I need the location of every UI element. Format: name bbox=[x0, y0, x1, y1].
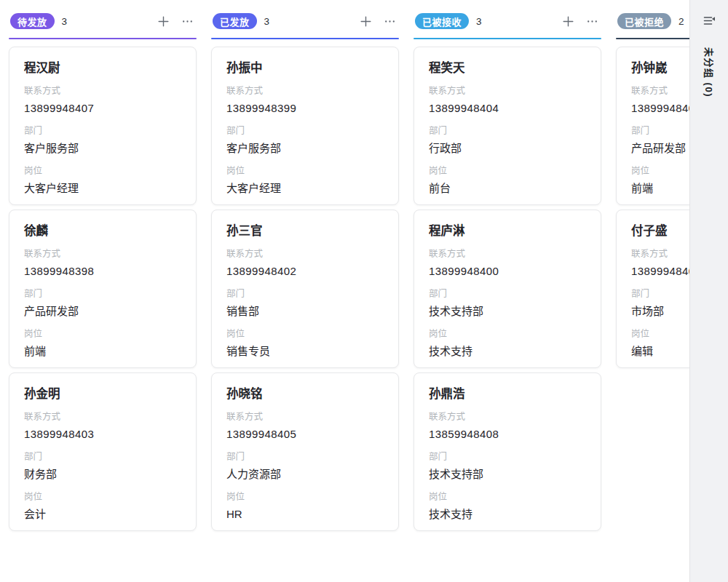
field-value: 13899948400 bbox=[429, 264, 586, 279]
field-value: 技术支持部 bbox=[429, 467, 586, 482]
field-label: 部门 bbox=[429, 451, 586, 463]
card-list: 程笑天 联系方式 13899948404 部门 行政部 岗位 前台 程庐淋 联系… bbox=[414, 39, 601, 531]
field-label: 岗位 bbox=[226, 328, 384, 340]
record-name: 程汉尉 bbox=[24, 60, 181, 76]
record-name: 徐麟 bbox=[24, 223, 181, 239]
record-card[interactable]: 徐麟 联系方式 13899948398 部门 产品研发部 岗位 前端 bbox=[9, 210, 197, 368]
field-label: 部门 bbox=[429, 125, 586, 137]
field-label: 联系方式 bbox=[24, 248, 181, 260]
record-card[interactable]: 孙晓铭 联系方式 13899948405 部门 人力资源部 岗位 HR bbox=[211, 372, 399, 531]
record-name: 孙鼎浩 bbox=[429, 386, 586, 402]
card-list: 程汉尉 联系方式 13899948407 部门 客户服务部 岗位 大客户经理 徐… bbox=[9, 39, 197, 531]
kanban-columns: 待发放 3 程汉尉 联系方式 13899948407 部门 客户服务部 岗位 大 bbox=[0, 0, 728, 535]
field-label: 岗位 bbox=[226, 491, 384, 503]
field-value: 13859948408 bbox=[429, 427, 586, 442]
record-card[interactable]: 程笑天 联系方式 13899948404 部门 行政部 岗位 前台 bbox=[414, 47, 601, 205]
field-value: 13899948399 bbox=[226, 101, 384, 116]
field-value: 13899948405 bbox=[226, 427, 384, 442]
field-label: 部门 bbox=[24, 125, 181, 137]
record-card[interactable]: 程庐淋 联系方式 13899948400 部门 技术支持部 岗位 技术支持 bbox=[414, 210, 601, 368]
kanban-column: 已被接收 3 程笑天 联系方式 13899948404 部门 行政部 岗位 前台 bbox=[414, 12, 601, 535]
column-more-button[interactable] bbox=[584, 13, 600, 29]
field-label: 部门 bbox=[429, 288, 586, 300]
field-value: 技术支持部 bbox=[429, 304, 586, 319]
field-label: 岗位 bbox=[24, 165, 181, 178]
record-card[interactable]: 孙鼎浩 联系方式 13859948408 部门 技术支持部 岗位 技术支持 bbox=[414, 372, 601, 531]
field-label: 部门 bbox=[226, 451, 384, 463]
field-label: 岗位 bbox=[429, 165, 586, 178]
field-label: 联系方式 bbox=[24, 411, 181, 423]
field-label: 岗位 bbox=[24, 491, 181, 503]
hidden-group-panel[interactable]: 未分组 (0) bbox=[689, 0, 728, 582]
field-label: 联系方式 bbox=[429, 248, 586, 260]
record-card[interactable]: 孙金明 联系方式 13899948403 部门 财务部 岗位 会计 bbox=[9, 372, 197, 531]
field-value: 13899948407 bbox=[24, 101, 181, 116]
status-badge[interactable]: 已发放 bbox=[213, 13, 257, 29]
field-value: 客户服务部 bbox=[24, 141, 181, 156]
status-badge[interactable]: 待发放 bbox=[10, 13, 55, 29]
field-value: 13899948398 bbox=[24, 264, 181, 279]
column-more-button[interactable] bbox=[179, 13, 195, 29]
field-value: 销售部 bbox=[226, 304, 384, 319]
field-value: 客户服务部 bbox=[226, 141, 384, 156]
field-value: 13899948402 bbox=[226, 264, 384, 279]
field-label: 联系方式 bbox=[226, 411, 384, 423]
column-more-button[interactable] bbox=[381, 13, 397, 29]
column-header: 已被接收 3 bbox=[414, 12, 601, 31]
add-card-button[interactable] bbox=[155, 13, 171, 29]
collapse-group-icon[interactable] bbox=[703, 15, 716, 30]
card-list: 孙振中 联系方式 13899948399 部门 客户服务部 岗位 大客户经理 孙… bbox=[211, 39, 399, 531]
field-value: 销售专员 bbox=[226, 344, 384, 359]
field-value: 大客户经理 bbox=[226, 181, 384, 196]
record-name: 程庐淋 bbox=[429, 223, 586, 239]
field-value: 技术支持 bbox=[429, 344, 586, 359]
kanban-board: 待发放 3 程汉尉 联系方式 13899948407 部门 客户服务部 岗位 大 bbox=[0, 0, 728, 582]
field-label: 岗位 bbox=[226, 165, 384, 178]
field-value: 大客户经理 bbox=[24, 181, 181, 196]
field-label: 岗位 bbox=[429, 328, 586, 340]
card-count: 2 bbox=[678, 16, 684, 27]
field-label: 部门 bbox=[24, 288, 181, 300]
field-value: 产品研发部 bbox=[24, 304, 181, 319]
record-name: 孙振中 bbox=[226, 60, 384, 76]
field-label: 岗位 bbox=[24, 328, 181, 340]
field-label: 联系方式 bbox=[429, 85, 586, 97]
field-label: 部门 bbox=[226, 288, 384, 300]
add-card-button[interactable] bbox=[357, 13, 373, 29]
record-name: 孙晓铭 bbox=[226, 386, 384, 402]
field-value: 13899948403 bbox=[24, 427, 181, 442]
record-name: 孙金明 bbox=[24, 386, 181, 402]
field-label: 岗位 bbox=[429, 491, 586, 503]
field-value: 前端 bbox=[24, 344, 181, 359]
field-value: 行政部 bbox=[429, 141, 586, 156]
field-label: 部门 bbox=[24, 451, 181, 463]
field-value: 人力资源部 bbox=[226, 467, 384, 482]
field-label: 联系方式 bbox=[226, 248, 384, 260]
add-card-button[interactable] bbox=[560, 13, 576, 29]
card-count: 3 bbox=[62, 16, 68, 27]
field-value: 前台 bbox=[429, 181, 586, 196]
status-badge[interactable]: 已被接收 bbox=[415, 13, 469, 29]
record-name: 孙三官 bbox=[226, 223, 384, 239]
kanban-column: 待发放 3 程汉尉 联系方式 13899948407 部门 客户服务部 岗位 大 bbox=[9, 12, 197, 535]
field-value: HR bbox=[226, 507, 384, 522]
record-card[interactable]: 孙振中 联系方式 13899948399 部门 客户服务部 岗位 大客户经理 bbox=[211, 47, 399, 205]
field-label: 联系方式 bbox=[429, 411, 586, 423]
record-card[interactable]: 孙三官 联系方式 13899948402 部门 销售部 岗位 销售专员 bbox=[211, 210, 399, 368]
field-value: 财务部 bbox=[24, 467, 181, 482]
hidden-group-label: 未分组 (0) bbox=[703, 47, 716, 97]
column-header: 已发放 3 bbox=[211, 12, 399, 31]
field-label: 联系方式 bbox=[226, 85, 384, 97]
card-count: 3 bbox=[476, 16, 482, 27]
field-label: 部门 bbox=[226, 125, 384, 137]
field-value: 技术支持 bbox=[429, 507, 586, 522]
record-card[interactable]: 程汉尉 联系方式 13899948407 部门 客户服务部 岗位 大客户经理 bbox=[9, 47, 197, 205]
field-value: 会计 bbox=[24, 507, 181, 522]
kanban-column: 已发放 3 孙振中 联系方式 13899948399 部门 客户服务部 岗位 大 bbox=[211, 12, 399, 535]
status-badge[interactable]: 已被拒绝 bbox=[617, 13, 671, 29]
record-name: 程笑天 bbox=[429, 60, 586, 76]
field-label: 联系方式 bbox=[24, 85, 181, 97]
column-header: 待发放 3 bbox=[9, 12, 197, 31]
field-value: 13899948404 bbox=[429, 101, 586, 116]
card-count: 3 bbox=[264, 16, 270, 27]
